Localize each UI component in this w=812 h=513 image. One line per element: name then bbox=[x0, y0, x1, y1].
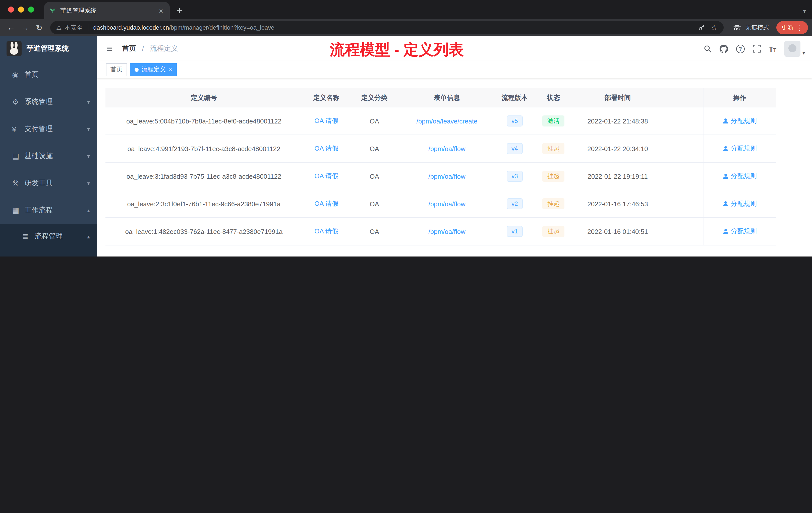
definition-table: 定义编号 定义名称 定义分类 表单信息 流程版本 状态 部署时间 操作 oa_l… bbox=[106, 88, 776, 245]
gear-icon: ⚙ bbox=[12, 97, 25, 107]
user-avatar bbox=[784, 41, 801, 57]
font-size-icon[interactable]: TT bbox=[768, 45, 776, 53]
definition-id: oa_leave:5:004b710b-7b8a-11ec-8ef0-acde4… bbox=[106, 108, 302, 134]
col-definition-id: 定义编号 bbox=[106, 88, 302, 107]
sidebar-toggle-icon[interactable]: ≡ bbox=[97, 43, 122, 55]
address-bar[interactable]: ⚠ 不安全 dashboard.yudao.iocoder.cn/bpm/man… bbox=[50, 21, 724, 34]
workflow-icon: ▦ bbox=[12, 206, 25, 215]
version-badge: v3 bbox=[506, 171, 523, 182]
table-row: oa_leave:1:482ec033-762a-11ec-8477-a2380… bbox=[106, 218, 776, 245]
window-minimize-button[interactable] bbox=[18, 6, 24, 12]
incognito-icon bbox=[733, 24, 742, 31]
tab-search-chevron-icon[interactable]: ▾ bbox=[803, 7, 806, 14]
incognito-badge: 无痕模式 bbox=[728, 23, 774, 32]
definition-name-link[interactable]: OA 请假 bbox=[314, 199, 338, 208]
update-label: 更新 bbox=[781, 23, 793, 32]
assign-rule-link[interactable]: 分配规则 bbox=[723, 117, 757, 125]
chrome-update-button[interactable]: 更新 ⋮ bbox=[776, 21, 808, 34]
col-process-version: 流程版本 bbox=[496, 88, 534, 107]
table-row: oa_leave:3:1fad3d93-7b75-11ec-a3c8-acde4… bbox=[106, 163, 776, 190]
security-indicator[interactable]: ⚠ 不安全 bbox=[56, 23, 83, 32]
breadcrumb: 首页 / 流程定义 bbox=[122, 44, 178, 53]
table-row: oa_leave:2:3c1f0ef1-76b1-11ec-9c66-a2380… bbox=[106, 190, 776, 218]
omnibox-divider bbox=[88, 24, 88, 31]
table-row: oa_leave:5:004b710b-7b8a-11ec-8ef0-acde4… bbox=[106, 108, 776, 135]
version-badge: v5 bbox=[506, 116, 523, 126]
back-button[interactable]: ← bbox=[4, 23, 18, 32]
definition-name-link[interactable]: OA 请假 bbox=[314, 227, 338, 236]
tab-close-icon[interactable]: × bbox=[157, 6, 165, 15]
definition-name-link[interactable]: OA 请假 bbox=[314, 117, 338, 125]
search-icon[interactable] bbox=[703, 45, 711, 53]
help-icon[interactable]: ? bbox=[736, 44, 745, 53]
window-controls bbox=[0, 0, 42, 19]
url-text: dashboard.yudao.iocoder.cn/bpm/manager/d… bbox=[93, 24, 698, 31]
github-icon[interactable] bbox=[719, 44, 728, 53]
breadcrumb-current: 流程定义 bbox=[150, 44, 178, 52]
deploy-time: 2022-01-22 21:48:38 bbox=[573, 108, 662, 134]
tools-icon: ⚒ bbox=[12, 179, 25, 188]
menu-kebab-icon[interactable]: ⋮ bbox=[796, 24, 803, 31]
navbar-actions: ? TT ▾ bbox=[703, 41, 812, 57]
sidebar-item-system[interactable]: ⚙ 系统管理 ▾ bbox=[0, 88, 97, 116]
browser-toolbar: ← → ↻ ⚠ 不安全 dashboard.yudao.iocoder.cn/b… bbox=[0, 19, 812, 36]
new-tab-button[interactable]: + bbox=[170, 2, 189, 19]
assign-rule-link[interactable]: 分配规则 bbox=[723, 227, 757, 236]
form-info-link[interactable]: /bpm/oa/flow bbox=[428, 173, 465, 180]
assign-rule-link[interactable]: 分配规则 bbox=[723, 199, 757, 208]
reload-button[interactable]: ↻ bbox=[32, 23, 46, 32]
col-spacer bbox=[662, 88, 703, 107]
assign-rule-link[interactable]: 分配规则 bbox=[723, 172, 757, 181]
deploy-time: 2022-01-22 20:34:10 bbox=[573, 135, 662, 162]
tags-view-bar: 首页 流程定义 × bbox=[97, 61, 812, 78]
sidebar-item-infrastructure[interactable]: ▤ 基础设施 ▾ bbox=[0, 143, 97, 170]
status-badge: 挂起 bbox=[542, 226, 564, 237]
fullscreen-icon[interactable] bbox=[753, 45, 760, 53]
tag-close-icon[interactable]: × bbox=[169, 66, 172, 73]
page-content: 定义编号 定义名称 定义分类 表单信息 流程版本 状态 部署时间 操作 oa_l… bbox=[97, 78, 812, 256]
favicon-leaf-icon bbox=[49, 7, 56, 14]
col-form-info: 表单信息 bbox=[398, 88, 496, 107]
form-info-link[interactable]: /bpm/oa/flow bbox=[428, 145, 465, 152]
sidebar-logo[interactable]: 芋道管理系统 bbox=[0, 36, 97, 61]
navbar: ≡ 首页 / 流程定义 流程模型 - 定义列表 ? bbox=[97, 36, 812, 61]
infrastructure-icon: ▤ bbox=[12, 152, 25, 161]
form-info-link[interactable]: /bpm/oa/flow bbox=[428, 228, 465, 235]
person-icon bbox=[723, 173, 729, 179]
browser-tab[interactable]: 芋道管理系统 × bbox=[44, 2, 170, 19]
col-operation: 操作 bbox=[703, 88, 775, 107]
form-info-link[interactable]: /bpm/oa/leave/create bbox=[416, 117, 477, 125]
bookmark-star-icon[interactable]: ☆ bbox=[711, 23, 718, 32]
window-zoom-button[interactable] bbox=[28, 6, 34, 12]
person-icon bbox=[723, 146, 729, 152]
status-badge: 激活 bbox=[542, 116, 564, 126]
warning-icon: ⚠ bbox=[56, 24, 62, 31]
password-key-icon[interactable] bbox=[698, 24, 705, 31]
sidebar-item-process-form[interactable]: ▥ 流程表单 bbox=[0, 249, 97, 256]
version-badge: v1 bbox=[506, 226, 523, 237]
sidebar-item-dev-tools[interactable]: ⚒ 研发工具 ▾ bbox=[0, 170, 97, 197]
sidebar-item-payment[interactable]: ¥ 支付管理 ▾ bbox=[0, 116, 97, 143]
logo-avatar bbox=[6, 41, 22, 56]
sidebar-item-workflow[interactable]: ▦ 工作流程 ▴ bbox=[0, 197, 97, 224]
definition-name-link[interactable]: OA 请假 bbox=[314, 144, 338, 153]
assign-rule-link[interactable]: 分配规则 bbox=[723, 144, 757, 153]
tag-process-definition[interactable]: 流程定义 × bbox=[130, 63, 177, 76]
breadcrumb-home[interactable]: 首页 bbox=[122, 44, 136, 52]
tag-home[interactable]: 首页 bbox=[106, 63, 127, 76]
chevron-down-icon: ▾ bbox=[87, 153, 90, 159]
yen-icon: ¥ bbox=[12, 125, 25, 133]
definition-name-link[interactable]: OA 请假 bbox=[314, 172, 338, 181]
window-close-button[interactable] bbox=[8, 6, 14, 12]
spacer-cell bbox=[662, 108, 703, 134]
spacer-cell bbox=[662, 218, 703, 245]
forward-button[interactable]: → bbox=[18, 23, 32, 32]
sidebar-item-home[interactable]: ◉ 首页 bbox=[0, 61, 97, 88]
person-icon bbox=[723, 229, 729, 234]
form-info-link[interactable]: /bpm/oa/flow bbox=[428, 200, 465, 208]
user-menu[interactable]: ▾ bbox=[784, 41, 805, 57]
definition-category: OA bbox=[350, 163, 398, 190]
definition-category: OA bbox=[350, 108, 398, 134]
sidebar-item-process-management[interactable]: ≣ 流程管理 ▴ bbox=[0, 224, 97, 249]
definition-id: oa_leave:4:991f2193-7b7f-11ec-a3c8-acde4… bbox=[106, 135, 302, 162]
